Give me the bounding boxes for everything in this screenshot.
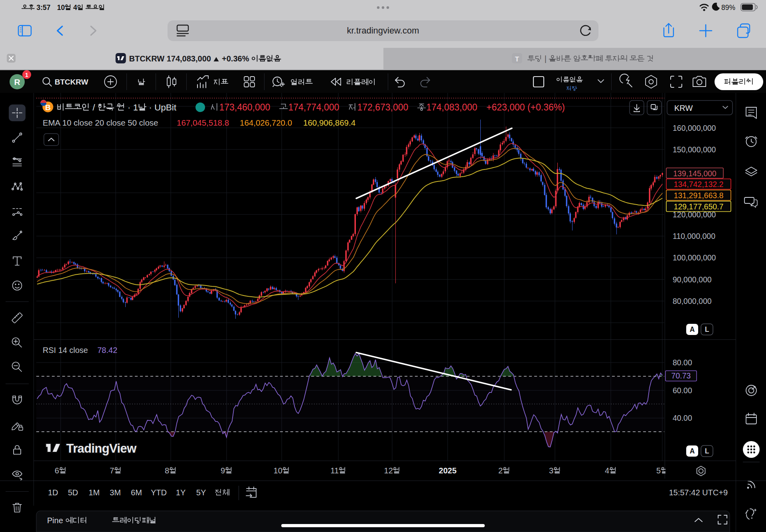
svg-text:BTCKRW: BTCKRW (55, 78, 88, 86)
svg-text:12: 12 (384, 466, 393, 475)
svg-text:R: R (14, 77, 20, 87)
svg-text:TradingView: TradingView (66, 441, 137, 455)
svg-text:100,000,000: 100,000,000 (673, 253, 716, 262)
svg-text:· 1: · 1 (125, 102, 138, 112)
svg-text:174,083,000: 174,083,000 (426, 102, 477, 112)
svg-text:L: L (705, 325, 709, 333)
svg-text:A: A (690, 325, 695, 333)
svg-text:· UpBit: · UpBit (146, 102, 177, 112)
svg-text:129,177,650.7: 129,177,650.7 (674, 202, 724, 211)
svg-text:3:57: 3:57 (35, 4, 51, 12)
svg-text:40.00: 40.00 (673, 414, 692, 422)
svg-text:89%: 89% (721, 4, 735, 12)
svg-text:/: / (90, 102, 98, 112)
svg-text:kr.tradingview.com: kr.tradingview.com (347, 26, 419, 35)
svg-text:2: 2 (498, 466, 503, 475)
svg-text:6: 6 (55, 466, 59, 475)
svg-text:90,000,000: 90,000,000 (673, 275, 712, 284)
svg-text:10: 10 (274, 466, 282, 475)
svg-text:3M: 3M (110, 488, 121, 497)
svg-text:174,774,000: 174,774,000 (288, 102, 339, 112)
svg-text:5Y: 5Y (196, 488, 206, 497)
svg-text:139,145,000: 139,145,000 (673, 169, 717, 178)
svg-text:8: 8 (165, 466, 169, 475)
svg-text:173,460,000: 173,460,000 (219, 102, 270, 112)
svg-text:80.00: 80.00 (673, 358, 692, 367)
svg-text:1D: 1D (48, 488, 58, 497)
svg-text:80,000,000: 80,000,000 (673, 297, 712, 305)
svg-text:160,906,869.4: 160,906,869.4 (303, 118, 355, 127)
svg-text:7: 7 (110, 466, 114, 475)
svg-text:15:57:42 UTC+9: 15:57:42 UTC+9 (669, 488, 728, 497)
svg-text:BTCKRW 174,083,000: BTCKRW 174,083,000 (129, 54, 213, 63)
svg-text:KRW: KRW (674, 104, 693, 112)
svg-text:164,026,720.0: 164,026,720.0 (240, 118, 292, 127)
svg-text:T: T (515, 55, 519, 63)
svg-text:+623,000 (+0.36%): +623,000 (+0.36%) (486, 102, 565, 112)
svg-text:5: 5 (656, 466, 661, 475)
svg-text:167,045,518.8: 167,045,518.8 (177, 118, 229, 127)
svg-text:6M: 6M (131, 488, 142, 497)
svg-text:YTD: YTD (151, 488, 167, 497)
svg-text:70.73: 70.73 (671, 371, 691, 380)
svg-text:RSI 14 close: RSI 14 close (43, 346, 88, 355)
svg-text:4: 4 (605, 466, 609, 475)
svg-text:134,742,132.2: 134,742,132.2 (674, 180, 724, 189)
svg-text:172,673,000: 172,673,000 (357, 102, 408, 112)
svg-text:Pine: Pine (47, 516, 65, 525)
svg-text:11: 11 (330, 466, 339, 475)
svg-text:+0.36%: +0.36% (220, 54, 252, 63)
svg-text:1M: 1M (89, 488, 100, 497)
svg-text:1: 1 (25, 72, 28, 78)
svg-text:4: 4 (71, 4, 77, 12)
svg-text:5D: 5D (68, 488, 78, 497)
svg-text:3: 3 (549, 466, 553, 475)
svg-text:131,291,663.8: 131,291,663.8 (674, 191, 724, 200)
svg-text:110,000,000: 110,000,000 (673, 232, 715, 240)
svg-text:9: 9 (221, 466, 225, 475)
svg-text:60.00: 60.00 (673, 386, 692, 395)
svg-text:160,000,000: 160,000,000 (673, 124, 716, 132)
svg-text:EMA 10 close 20 close 50 close: EMA 10 close 20 close 50 close (43, 118, 158, 127)
svg-text:10: 10 (57, 4, 65, 12)
svg-text:|: | (542, 54, 549, 63)
svg-text:A: A (690, 447, 695, 455)
svg-text:1Y: 1Y (176, 488, 186, 497)
svg-text:2025: 2025 (439, 466, 457, 475)
svg-text:L: L (705, 447, 709, 455)
svg-text:150,000,000: 150,000,000 (673, 145, 716, 154)
svg-text:78.42: 78.42 (97, 346, 117, 355)
